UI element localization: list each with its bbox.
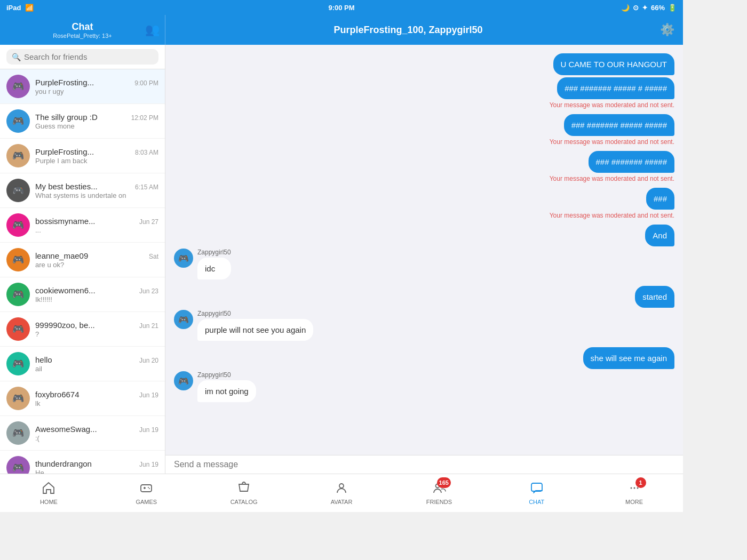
chat-list: 🎮 PurpleFrosting... 9:00 PM you r ugy 🎮 … <box>0 69 165 474</box>
chat-item-preview: Ik!!!!!! <box>35 295 158 303</box>
outgoing-group: ### ####### ##### # #####Your message wa… <box>174 77 674 112</box>
nav-label-games: GAMES <box>136 499 157 505</box>
nav-label-more: MORE <box>625 499 643 505</box>
chat-item-time: Jun 23 <box>139 287 158 295</box>
chat-list-item[interactable]: 🎮 999990zoo, be... Jun 21 ? <box>0 312 165 347</box>
chat-list-item[interactable]: 🎮 thunderdrangon Jun 19 He <box>0 451 165 474</box>
games-icon <box>139 481 153 497</box>
chat-item-header: My best besties... 6:15 AM <box>35 182 158 191</box>
svg-point-9 <box>630 487 632 489</box>
chat-list-item[interactable]: 🎮 PurpleFrosting... 8:03 AM Purple I am … <box>0 139 165 173</box>
nav-item-catalog[interactable]: CATALOG <box>195 474 293 512</box>
svg-point-4 <box>149 488 150 489</box>
outgoing-group: started <box>174 286 674 308</box>
chat-list-item[interactable]: 🎮 The silly group :D 12:02 PM Guess mone <box>0 104 165 139</box>
chat-list-item[interactable]: 🎮 cookiewomen6... Jun 23 Ik!!!!!! <box>0 277 165 312</box>
search-input[interactable] <box>24 52 153 61</box>
nav-item-more[interactable]: 1 MORE <box>585 474 683 512</box>
moderation-note: Your message was moderated and not sent. <box>550 175 674 182</box>
outgoing-group: ### ####### ##### #####Your message was … <box>174 114 674 149</box>
header-right: ⚙️ <box>651 23 683 37</box>
message-content: Zappygirl50im not going <box>197 371 256 402</box>
chat-item-content: My best besties... 6:15 AM What systems … <box>35 182 158 199</box>
chat-item-name: PurpleFrosting... <box>35 78 94 87</box>
chat-item-time: Jun 19 <box>139 461 158 468</box>
message-bubble: And <box>645 225 674 246</box>
message-bubble: ### ####### ##### ##### <box>564 114 674 136</box>
nav-item-games[interactable]: GAMES <box>98 474 195 512</box>
chat-list-item[interactable]: 🎮 hello Jun 20 ail <box>0 347 165 381</box>
moderation-note: Your message was moderated and not sent. <box>550 101 674 109</box>
nav-item-avatar[interactable]: AVATAR <box>293 474 391 512</box>
message-input-bar <box>165 455 683 474</box>
app-header: Chat RosePetal_Pretty: 13+ 👥 PurpleFrost… <box>0 15 683 45</box>
chat-item-header: foxybro6674 Jun 19 <box>35 390 158 399</box>
nav-label-home: HOME <box>40 499 58 505</box>
content-area: 🔍 🎮 PurpleFrosting... 9:00 PM you r ugy … <box>0 45 683 474</box>
nav-item-friends[interactable]: 165 FRIENDS <box>390 474 488 512</box>
chat-item-header: leanne_mae09 Sat <box>35 251 158 260</box>
header-chat-title: Chat <box>72 21 93 33</box>
add-friend-icon[interactable]: 👥 <box>145 23 160 37</box>
chat-list-item[interactable]: 🎮 foxybro6674 Jun 19 lk <box>0 381 165 416</box>
outgoing-group: she will see me again <box>174 347 674 369</box>
search-icon: 🔍 <box>12 53 21 61</box>
settings-icon[interactable]: ⚙️ <box>660 23 674 37</box>
location-icon: ⊙ <box>633 4 639 12</box>
chat-item-time: Jun 19 <box>139 426 158 434</box>
chat-list-item[interactable]: 🎮 My best besties... 6:15 AM What system… <box>0 173 165 208</box>
nav-badge-friends: 165 <box>437 477 451 488</box>
status-ipad: iPad <box>6 4 21 12</box>
message-row-incoming: 🎮Zappygirl50idc <box>174 249 674 279</box>
sender-name: Zappygirl50 <box>197 371 256 379</box>
avatar: 🎮 <box>6 144 30 167</box>
message-bubble: idc <box>197 258 231 279</box>
moderation-note: Your message was moderated and not sent. <box>550 212 674 219</box>
chat-list-item[interactable]: 🎮 AwesomeSwag... Jun 19 :( <box>0 416 165 451</box>
chat-item-header: PurpleFrosting... 9:00 PM <box>35 78 158 87</box>
chat-item-content: bossismyname... Jun 27 ... <box>35 217 158 234</box>
message-bubble: started <box>635 286 674 308</box>
chat-item-content: foxybro6674 Jun 19 lk <box>35 390 158 407</box>
moon-icon: 🌙 <box>621 4 630 12</box>
message-bubble: purple will not see you again <box>197 319 313 341</box>
chat-item-preview: Guess mone <box>35 122 158 130</box>
chat-list-item[interactable]: 🎮 bossismyname... Jun 27 ... <box>0 208 165 243</box>
sender-name: Zappygirl50 <box>197 310 313 317</box>
avatar: 🎮 <box>6 456 30 474</box>
chat-item-time: Jun 27 <box>139 218 158 226</box>
nav-item-home[interactable]: HOME <box>0 474 98 512</box>
message-input[interactable] <box>174 460 674 469</box>
battery-label: 66% <box>651 4 665 12</box>
chat-area: U CAME TO OUR HANGOUT### ####### ##### #… <box>165 45 683 474</box>
svg-point-10 <box>633 487 635 489</box>
avatar: 🎮 <box>6 317 30 341</box>
nav-item-chat[interactable]: CHAT <box>488 474 585 512</box>
chat-item-content: hello Jun 20 ail <box>35 355 158 373</box>
message-bubble: im not going <box>197 380 256 402</box>
search-wrapper[interactable]: 🔍 <box>6 49 158 65</box>
message-row-incoming: 🎮Zappygirl50purple will not see you agai… <box>174 310 674 341</box>
sender-name: Zappygirl50 <box>197 249 231 256</box>
chat-item-time: Sat <box>149 253 158 260</box>
chat-item-preview: ... <box>35 226 158 234</box>
chat-list-item[interactable]: 🎮 PurpleFrosting... 9:00 PM you r ugy <box>0 69 165 104</box>
chat-item-header: bossismyname... Jun 27 <box>35 217 158 226</box>
chat-item-name: PurpleFrosting... <box>35 147 94 156</box>
avatar: 🎮 <box>6 387 30 410</box>
moderation-note: Your message was moderated and not sent. <box>550 138 674 146</box>
chat-item-header: hello Jun 20 <box>35 355 158 364</box>
chat-list-item[interactable]: 🎮 leanne_mae09 Sat are u ok? <box>0 243 165 277</box>
nav-label-catalog: CATALOG <box>231 499 258 505</box>
chat-item-preview: ? <box>35 330 158 338</box>
chat-item-preview: Purple I am back <box>35 157 158 165</box>
chat-item-name: 999990zoo, be... <box>35 321 95 330</box>
chat-item-header: cookiewomen6... Jun 23 <box>35 286 158 295</box>
bottom-nav: HOME GAMES CATALOG AVATAR 165 FRIENDS CH… <box>0 474 683 512</box>
chat-item-content: 999990zoo, be... Jun 21 ? <box>35 321 158 338</box>
chat-icon <box>530 481 544 497</box>
sender-avatar: 🎮 <box>174 249 193 268</box>
chat-item-name: thunderdrangon <box>35 459 92 468</box>
chat-item-header: 999990zoo, be... Jun 21 <box>35 321 158 330</box>
avatar-icon <box>335 481 348 497</box>
